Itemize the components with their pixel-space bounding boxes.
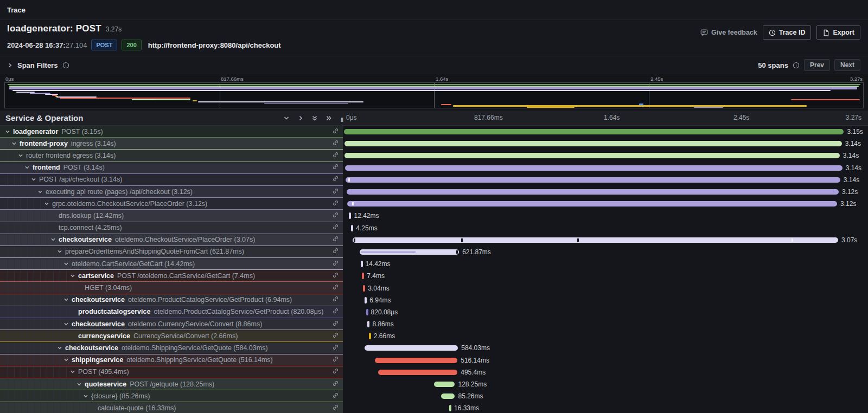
span-duration-bar[interactable]	[344, 129, 844, 134]
span-duration-bar[interactable]	[375, 358, 457, 363]
span-name-cell[interactable]: POST (495.4ms)	[0, 366, 343, 378]
chevron-down-icon[interactable]	[5, 129, 10, 134]
span-bar-cell[interactable]: 8.86ms	[343, 318, 868, 330]
link-icon[interactable]	[332, 295, 339, 305]
link-icon[interactable]	[332, 259, 339, 269]
chevron-down-icon[interactable]	[57, 249, 62, 254]
span-duration-bar[interactable]	[344, 153, 840, 158]
span-bar-cell[interactable]: 516.14ms	[343, 354, 868, 366]
span-name-cell[interactable]: router frontend egress (3.14s)	[0, 150, 343, 162]
span-bar-cell[interactable]: 4.25ms	[343, 222, 868, 234]
link-icon[interactable]	[332, 187, 339, 197]
span-name-cell[interactable]: currencyserviceCurrencyService/Convert (…	[0, 330, 343, 342]
span-duration-bar[interactable]	[351, 225, 353, 231]
span-name-cell[interactable]: checkoutserviceoteldemo.ProductCatalogSe…	[0, 294, 343, 306]
chevron-down-icon[interactable]	[70, 273, 75, 279]
link-icon[interactable]	[332, 223, 339, 233]
prev-button[interactable]: Prev	[804, 59, 830, 71]
trace-minimap[interactable]: 0μs 817.66ms 1.64s 2.45s 3.27s	[0, 74, 868, 111]
span-bar-cell[interactable]: 3.14s	[343, 174, 868, 186]
chevron-down-icon[interactable]	[18, 153, 23, 158]
link-icon[interactable]	[332, 139, 339, 149]
span-bar-cell[interactable]: 3.14s	[343, 150, 868, 162]
span-duration-bar[interactable]	[367, 321, 369, 327]
link-icon[interactable]	[332, 151, 339, 160]
link-icon[interactable]	[332, 127, 339, 137]
span-duration-bar[interactable]	[349, 212, 351, 219]
span-name-cell[interactable]: executing api route (pages) /api/checkou…	[0, 186, 343, 198]
chevron-down-icon[interactable]	[24, 165, 30, 170]
span-bar-cell[interactable]: 3.15s	[343, 126, 868, 138]
span-duration-bar[interactable]	[378, 370, 457, 375]
span-name-cell[interactable]: quoteservicePOST /getquote (128.25ms)	[0, 378, 343, 390]
span-name-cell[interactable]: prepareOrderItemsAndShippingQuoteFromCar…	[0, 246, 343, 258]
span-name-cell[interactable]: loadgeneratorPOST (3.15s)	[0, 126, 343, 138]
span-name-cell[interactable]: checkoutserviceoteldemo.ShippingService/…	[0, 342, 343, 354]
chevron-down-icon[interactable]	[63, 357, 69, 363]
info-icon[interactable]	[62, 62, 69, 69]
chevron-down-icon[interactable]	[76, 382, 82, 387]
span-duration-bar[interactable]	[363, 285, 365, 292]
minimap-canvas[interactable]	[4, 82, 864, 108]
span-name-cell[interactable]: cartservicePOST /oteldemo.CartService/Ge…	[0, 270, 343, 282]
span-bar-cell[interactable]: 128.25ms	[343, 378, 868, 390]
give-feedback-link[interactable]: Give feedback	[700, 29, 757, 36]
link-icon[interactable]	[332, 355, 339, 365]
span-bar-cell[interactable]: 6.94ms	[343, 294, 868, 306]
link-icon[interactable]	[332, 199, 339, 209]
chevron-down-icon[interactable]	[63, 261, 69, 267]
expand-one-icon[interactable]	[297, 115, 304, 121]
span-duration-bar[interactable]	[369, 333, 371, 339]
link-icon[interactable]	[332, 319, 339, 329]
chevron-down-icon[interactable]	[31, 177, 36, 182]
span-duration-bar[interactable]	[449, 405, 451, 411]
link-icon[interactable]	[332, 343, 339, 353]
span-duration-bar[interactable]	[345, 165, 843, 171]
span-name-cell[interactable]: {closure} (85.26ms)	[0, 390, 343, 402]
link-icon[interactable]	[332, 271, 339, 281]
span-name-cell[interactable]: calculate-quote (16.33ms)	[0, 402, 343, 413]
link-icon[interactable]	[332, 367, 339, 377]
collapse-one-icon[interactable]	[283, 115, 290, 121]
span-bar-cell[interactable]: 12.42ms	[343, 210, 868, 222]
chevron-down-icon[interactable]	[44, 201, 49, 206]
span-duration-bar[interactable]	[346, 177, 840, 183]
span-name-cell[interactable]: checkoutserviceoteldemo.CheckoutService/…	[0, 234, 343, 246]
span-duration-bar[interactable]	[353, 237, 838, 243]
chevron-down-icon[interactable]	[50, 237, 56, 242]
span-duration-bar[interactable]	[366, 309, 368, 315]
chevron-down-icon[interactable]	[63, 297, 69, 302]
span-bar-cell[interactable]: 14.42ms	[343, 258, 868, 270]
span-bar-cell[interactable]: 3.14s	[343, 138, 868, 150]
span-bar-cell[interactable]: 820.08μs	[343, 306, 868, 318]
span-bar-cell[interactable]: 3.14s	[343, 162, 868, 174]
span-name-cell[interactable]: checkoutserviceoteldemo.CurrencyService/…	[0, 318, 343, 330]
chevron-down-icon[interactable]	[70, 369, 75, 375]
next-button[interactable]: Next	[834, 59, 860, 71]
span-duration-bar[interactable]	[361, 261, 363, 267]
trace-id-button[interactable]: Trace ID	[763, 25, 812, 40]
span-bar-cell[interactable]: 3.12s	[343, 198, 868, 210]
span-duration-bar[interactable]	[344, 141, 842, 146]
span-duration-bar[interactable]	[434, 382, 455, 387]
link-icon[interactable]	[332, 403, 339, 413]
span-bar-cell[interactable]: 621.87ms	[343, 246, 868, 258]
chevron-down-icon[interactable]	[63, 321, 69, 327]
link-icon[interactable]	[332, 211, 339, 221]
span-bar-cell[interactable]: 584.03ms	[343, 342, 868, 354]
link-icon[interactable]	[332, 175, 339, 184]
link-icon[interactable]	[332, 391, 339, 401]
span-filters-toggle[interactable]: Span Filters	[8, 61, 69, 69]
span-name-cell[interactable]: grpc.oteldemo.CheckoutService/PlaceOrder…	[0, 198, 343, 210]
span-bar-cell[interactable]: 3.12s	[343, 186, 868, 198]
export-button[interactable]: Export	[816, 25, 860, 40]
span-name-cell[interactable]: HGET (3.04ms)	[0, 282, 343, 294]
span-bar-cell[interactable]: 3.07s	[343, 234, 868, 246]
collapse-all-icon[interactable]	[311, 115, 318, 121]
chevron-down-icon[interactable]	[57, 345, 62, 351]
span-bar-cell[interactable]: 3.04ms	[343, 282, 868, 294]
span-name-cell[interactable]: oteldemo.CartService/GetCart (14.42ms)	[0, 258, 343, 270]
span-name-cell[interactable]: frontendPOST (3.14s)	[0, 162, 343, 174]
span-duration-bar[interactable]	[365, 297, 367, 304]
link-icon[interactable]	[332, 331, 339, 341]
